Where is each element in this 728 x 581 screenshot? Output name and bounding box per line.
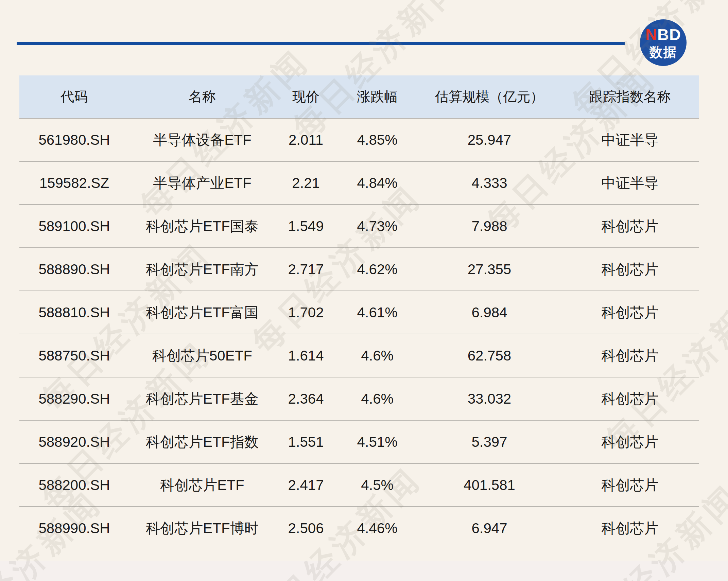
cell-scale: 62.758	[418, 348, 561, 364]
cell-price: 1.702	[275, 304, 336, 321]
header-cell-price: 现价	[275, 87, 336, 106]
cell-name: 科创芯片ETF	[129, 476, 275, 495]
nbd-logo-subtitle: 数据	[649, 46, 677, 59]
cell-change: 4.6%	[336, 348, 418, 364]
cell-change: 4.6%	[336, 391, 418, 407]
table-row: 588920.SH 科创芯片ETF指数 1.551 4.51% 5.397 科创…	[19, 421, 699, 464]
cell-code: 588810.SH	[19, 304, 129, 321]
cell-name: 半导体产业ETF	[129, 174, 275, 193]
cell-name: 科创芯片50ETF	[129, 346, 275, 365]
table-row: 588890.SH 科创芯片ETF南方 2.717 4.62% 27.355 科…	[19, 248, 699, 291]
table-row: 561980.SH 半导体设备ETF 2.011 4.85% 25.947 中证…	[19, 119, 699, 162]
cell-scale: 33.032	[418, 391, 561, 407]
cell-index: 科创芯片	[561, 433, 699, 452]
cell-index: 中证半导	[561, 174, 699, 193]
table-row: 159582.SZ 半导体产业ETF 2.21 4.84% 4.333 中证半导	[19, 162, 699, 205]
cell-name: 科创芯片ETF国泰	[129, 217, 275, 236]
table-header-row: 代码 名称 现价 涨跌幅 估算规模（亿元） 跟踪指数名称	[19, 75, 699, 119]
header-cell-scale: 估算规模（亿元）	[418, 87, 561, 106]
cell-name: 科创芯片ETF博时	[129, 519, 275, 538]
cell-index: 科创芯片	[561, 476, 699, 495]
cell-index: 科创芯片	[561, 519, 699, 538]
cell-scale: 401.581	[418, 477, 561, 493]
etf-table: 代码 名称 现价 涨跌幅 估算规模（亿元） 跟踪指数名称 561980.SH 半…	[19, 75, 699, 549]
footer-band	[0, 561, 728, 581]
header-cell-index: 跟踪指数名称	[561, 87, 699, 106]
cell-code: 588200.SH	[19, 477, 129, 493]
cell-price: 2.717	[275, 261, 336, 278]
cell-name: 科创芯片ETF基金	[129, 389, 275, 408]
nbd-logo-n: N	[645, 25, 657, 43]
cell-scale: 25.947	[418, 132, 561, 148]
cell-code: 159582.SZ	[19, 175, 129, 191]
cell-index: 科创芯片	[561, 389, 699, 408]
cell-index: 科创芯片	[561, 217, 699, 236]
top-divider-line	[17, 42, 625, 45]
cell-code: 588290.SH	[19, 391, 129, 407]
table-row: 588990.SH 科创芯片ETF博时 2.506 4.46% 6.947 科创…	[19, 507, 699, 549]
cell-change: 4.46%	[336, 520, 418, 536]
cell-scale: 27.355	[418, 261, 561, 278]
cell-code: 588990.SH	[19, 520, 129, 536]
cell-scale: 6.947	[418, 520, 561, 536]
header-cell-name: 名称	[129, 87, 275, 106]
cell-code: 588920.SH	[19, 434, 129, 450]
table-row: 588750.SH 科创芯片50ETF 1.614 4.6% 62.758 科创…	[19, 334, 699, 377]
cell-name: 科创芯片ETF富国	[129, 303, 275, 322]
cell-index: 科创芯片	[561, 303, 699, 322]
cell-change: 4.5%	[336, 477, 418, 493]
cell-name: 半导体设备ETF	[129, 130, 275, 149]
cell-code: 589100.SH	[19, 218, 129, 234]
cell-name: 科创芯片ETF南方	[129, 260, 275, 279]
cell-index: 科创芯片	[561, 260, 699, 279]
cell-change: 4.73%	[336, 218, 418, 234]
page-background: NBD 数据 代码 名称 现价 涨跌幅 估算规模（亿元） 跟踪指数名称 5619…	[0, 0, 728, 581]
cell-name: 科创芯片ETF指数	[129, 433, 275, 452]
table-row: 588810.SH 科创芯片ETF富国 1.702 4.61% 6.984 科创…	[19, 291, 699, 334]
table-row: 589100.SH 科创芯片ETF国泰 1.549 4.73% 7.988 科创…	[19, 205, 699, 248]
cell-change: 4.61%	[336, 304, 418, 321]
cell-index: 科创芯片	[561, 346, 699, 365]
cell-price: 1.551	[275, 434, 336, 450]
table-row: 588290.SH 科创芯片ETF基金 2.364 4.6% 33.032 科创…	[19, 377, 699, 421]
header-cell-code: 代码	[19, 87, 129, 106]
cell-scale: 7.988	[418, 218, 561, 234]
nbd-logo-bd: BD	[657, 25, 681, 43]
cell-code: 588750.SH	[19, 348, 129, 364]
cell-change: 4.85%	[336, 132, 418, 148]
cell-code: 561980.SH	[19, 132, 129, 148]
nbd-logo: NBD 数据	[640, 19, 687, 66]
table-row: 588200.SH 科创芯片ETF 2.417 4.5% 401.581 科创芯…	[19, 464, 699, 507]
cell-price: 1.549	[275, 218, 336, 234]
cell-price: 1.614	[275, 348, 336, 364]
cell-price: 2.011	[275, 132, 336, 148]
cell-code: 588890.SH	[19, 261, 129, 278]
header-cell-change: 涨跌幅	[336, 87, 418, 106]
nbd-logo-text: NBD	[645, 27, 681, 42]
cell-price: 2.21	[275, 175, 336, 191]
cell-scale: 5.397	[418, 434, 561, 450]
cell-index: 中证半导	[561, 130, 699, 149]
cell-price: 2.506	[275, 520, 336, 536]
cell-change: 4.51%	[336, 434, 418, 450]
cell-price: 2.417	[275, 477, 336, 493]
cell-price: 2.364	[275, 391, 336, 407]
cell-scale: 6.984	[418, 304, 561, 321]
cell-change: 4.62%	[336, 261, 418, 278]
cell-scale: 4.333	[418, 175, 561, 191]
cell-change: 4.84%	[336, 175, 418, 191]
